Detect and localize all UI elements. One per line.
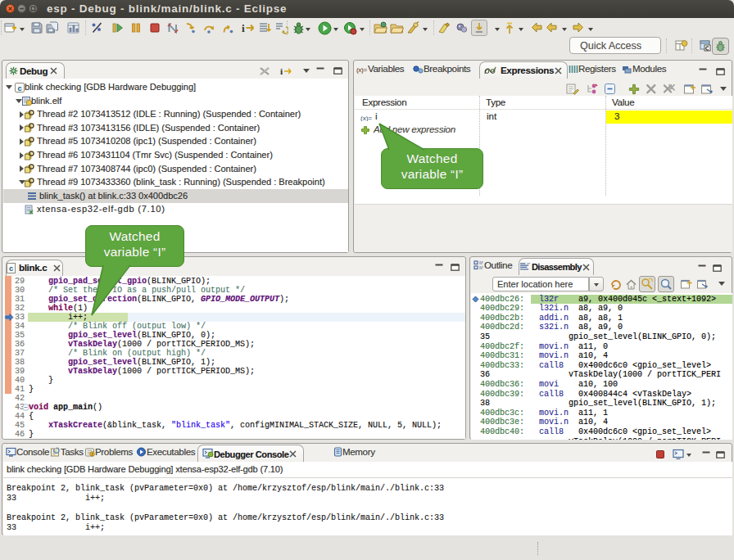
svg-text:(x)=: (x)=: [356, 66, 367, 74]
svg-text:c: c: [17, 84, 21, 92]
svg-text:i: i: [280, 66, 283, 76]
svg-text:(x)=: (x)=: [360, 115, 372, 122]
svg-text:!: !: [92, 452, 93, 457]
svg-text:c: c: [9, 264, 13, 273]
svg-text:i: i: [242, 22, 245, 34]
